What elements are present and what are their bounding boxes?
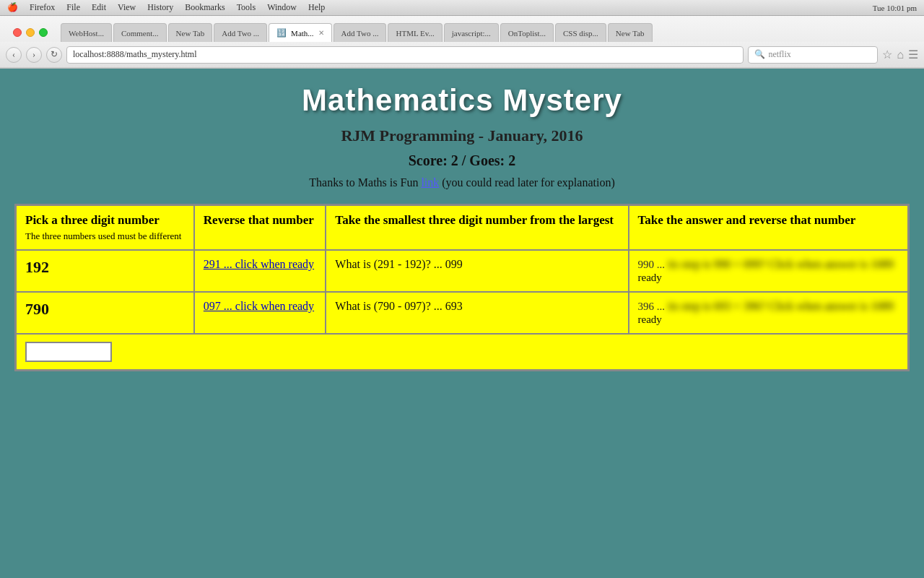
row1-number: 192: [25, 258, 49, 276]
search-bar[interactable]: 🔍 netflix: [748, 46, 878, 64]
score-display: Score: 2 / Goes: 2: [14, 152, 910, 169]
maximize-window-button[interactable]: [39, 28, 48, 37]
header-col2-main: Reverse that number: [204, 213, 317, 228]
header-col3-main: Take the smallest three digit number fro…: [335, 213, 619, 228]
header-col1-sub: The three numbers used must be different: [25, 230, 185, 242]
minimize-window-button[interactable]: [26, 28, 35, 37]
tab-comment[interactable]: Comment...: [113, 23, 167, 42]
url-text: localhost:8888/maths_mystery.html: [73, 49, 197, 60]
header-col4-main: Take the answer and reverse that number: [638, 213, 899, 228]
tab-addtwo1[interactable]: Add Two ...: [214, 23, 267, 42]
menu-history[interactable]: History: [147, 2, 173, 13]
main-table: Pick a three digit number The three numb…: [14, 204, 910, 371]
row1-col3: What is (291 - 192)? ... 099: [326, 250, 628, 292]
page-title: Mathematics Mystery: [14, 83, 910, 118]
tab-label: Math...: [291, 29, 313, 38]
tab-close-icon[interactable]: ✕: [318, 29, 324, 37]
menu-firefox[interactable]: Firefox: [30, 2, 55, 13]
credit-pre-text: Thanks to Maths is Fun: [309, 176, 421, 189]
header-col3: Take the smallest three digit number fro…: [326, 205, 628, 251]
tab-label: CSS disp...: [563, 29, 598, 38]
tab-label: OnToplist...: [508, 29, 546, 38]
tab-javascript[interactable]: javascript:...: [444, 23, 499, 42]
nav-star-icon[interactable]: ☆: [882, 48, 892, 61]
tab-label: WebHost...: [69, 29, 104, 38]
tab-label: HTML Ev...: [396, 29, 434, 38]
row2-answer-prefix: 396 ...: [638, 301, 666, 312]
page-content: Mathematics Mystery RJM Programming - Ja…: [0, 69, 924, 400]
tabs-bar: WebHost... Comment... New Tab Add Two ..…: [55, 19, 918, 42]
row2-col2: 097 ... click when ready: [194, 292, 326, 334]
row1-col1: 192: [16, 250, 194, 292]
mac-menubar: 🍎 Firefox File Edit View History Bookmar…: [0, 0, 924, 16]
tab-webhost[interactable]: WebHost...: [61, 23, 112, 42]
row2-col3: What is (790 - 097)? ... 693: [326, 292, 628, 334]
header-col1: Pick a three digit number The three numb…: [16, 205, 194, 251]
tab-label: Add Two ...: [341, 29, 379, 38]
menu-window[interactable]: Window: [267, 2, 297, 13]
back-button[interactable]: ‹: [6, 47, 22, 63]
menu-file[interactable]: File: [66, 2, 80, 13]
page-subtitle: RJM Programming - January, 2016: [14, 126, 910, 145]
input-row: [16, 334, 909, 371]
tab-label: Comment...: [121, 29, 159, 38]
number-input[interactable]: [25, 342, 112, 362]
row1-answer-blurred: its step is 990 + 099? Click when answer…: [668, 258, 894, 270]
row2-answer-blurred: its step is 693 + 396? Click when answer…: [668, 300, 894, 312]
menu-bookmarks[interactable]: Bookmarks: [185, 2, 225, 13]
tab-label: javascript:...: [452, 29, 491, 38]
credit-link[interactable]: link: [421, 176, 439, 189]
row1-col4: 990 ... its step is 990 + 099? Click whe…: [629, 250, 909, 292]
nav-home-icon[interactable]: ⌂: [897, 48, 904, 61]
url-bar[interactable]: localhost:8888/maths_mystery.html: [66, 46, 744, 64]
table-row: 790 097 ... click when ready What is (79…: [16, 292, 909, 334]
row2-ready-label: ready: [638, 314, 662, 325]
row2-col1: 790: [16, 292, 194, 334]
row1-answer-prefix: 990 ...: [638, 259, 666, 270]
tab-label: New Tab: [176, 29, 205, 38]
row2-subtraction: What is (790 - 097)? ... 693: [335, 300, 462, 312]
refresh-button[interactable]: ↻: [46, 47, 62, 63]
close-window-button[interactable]: [13, 28, 22, 37]
menu-tools[interactable]: Tools: [237, 2, 256, 13]
header-col1-main: Pick a three digit number: [25, 213, 185, 228]
tab-addtwo2[interactable]: Add Two ...: [334, 23, 387, 42]
tab-label: Add Two ...: [222, 29, 259, 38]
menu-edit[interactable]: Edit: [92, 2, 106, 13]
menu-help[interactable]: Help: [308, 2, 325, 13]
header-col2: Reverse that number: [194, 205, 326, 251]
traffic-lights: [6, 24, 55, 37]
forward-button[interactable]: ›: [26, 47, 42, 63]
menu-view[interactable]: View: [118, 2, 136, 13]
tab-newtab1[interactable]: New Tab: [168, 23, 213, 42]
apple-icon[interactable]: 🍎: [7, 2, 18, 13]
tab-newtab2[interactable]: New Tab: [608, 23, 653, 42]
nav-bar: ‹ › ↻ localhost:8888/maths_mystery.html …: [0, 42, 924, 68]
clock: Tue 10:01 pm: [873, 4, 917, 12]
tab-favicon: 🔢: [276, 28, 287, 38]
table-row: 192 291 ... click when ready What is (29…: [16, 250, 909, 292]
tab-htmlev[interactable]: HTML Ev...: [388, 23, 442, 42]
search-icon: 🔍: [754, 49, 765, 60]
tab-math[interactable]: 🔢 Math... ✕: [269, 23, 331, 42]
row2-number: 790: [25, 300, 49, 318]
row2-col4: 396 ... its step is 693 + 396? Click whe…: [629, 292, 909, 334]
table-header-row: Pick a three digit number The three numb…: [16, 205, 909, 251]
credit-post-text: (you could read later for explanation): [439, 176, 614, 189]
input-cell: [16, 334, 909, 371]
tab-ontoplist[interactable]: OnToplist...: [500, 23, 554, 42]
credit-line: Thanks to Maths is Fun link (you could r…: [14, 176, 910, 189]
row1-reversed[interactable]: 291 ... click when ready: [204, 258, 314, 270]
row1-col2: 291 ... click when ready: [194, 250, 326, 292]
header-col4: Take the answer and reverse that number: [629, 205, 909, 251]
tab-label: New Tab: [616, 29, 645, 38]
nav-menu-icon[interactable]: ☰: [908, 48, 918, 61]
search-input-value[interactable]: netflix: [768, 49, 790, 60]
row1-ready-label: ready: [638, 272, 662, 283]
tab-cssdisp[interactable]: CSS disp...: [555, 23, 606, 42]
row1-subtraction: What is (291 - 192)? ... 099: [335, 258, 462, 270]
browser-chrome: WebHost... Comment... New Tab Add Two ..…: [0, 16, 924, 69]
row2-reversed[interactable]: 097 ... click when ready: [204, 300, 314, 312]
